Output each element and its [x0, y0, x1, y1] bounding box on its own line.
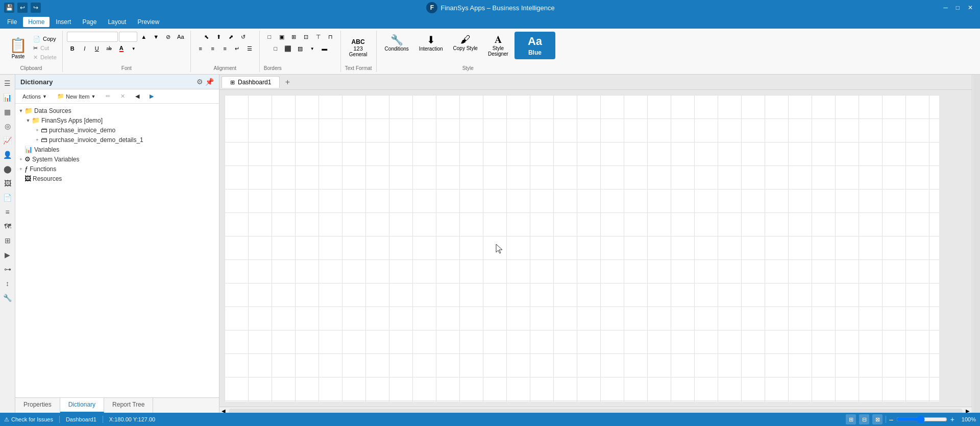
fill-arrow[interactable]: ▼	[307, 43, 318, 54]
border-outer-button[interactable]: ▣	[276, 32, 287, 42]
nav-left-button[interactable]: ◀	[131, 91, 143, 101]
finansys-demo-item[interactable]: ▼ 📁 FinanSys Apps [demo]	[15, 115, 219, 125]
strikethrough-button[interactable]: ab̶	[104, 43, 115, 54]
conditions-button[interactable]: 🔧 Conditions	[381, 32, 413, 54]
text-effect-icon[interactable]: Aa	[175, 32, 186, 42]
add-tab-button[interactable]: +	[282, 77, 293, 88]
underline-button[interactable]: U	[91, 43, 103, 54]
sidebar-reports-icon[interactable]: ☰	[1, 77, 14, 90]
menu-preview[interactable]: Preview	[132, 17, 164, 27]
sidebar-person-icon[interactable]: 👤	[1, 148, 14, 161]
horizontal-scrollbar[interactable]: ◀ ▶	[219, 407, 972, 413]
invoice-details-expand-icon[interactable]: +	[34, 136, 41, 144]
align-left-top-button[interactable]: ⬉	[201, 32, 212, 42]
list-button[interactable]: ☰	[244, 43, 255, 54]
zoom-plus-button[interactable]: +	[950, 415, 954, 423]
align-left-button[interactable]: ≡	[195, 43, 206, 54]
sidebar-cursor-icon[interactable]: ↕	[1, 277, 14, 290]
zoom-slider[interactable]	[896, 415, 947, 423]
invoice-demo-expand-icon[interactable]: +	[34, 127, 41, 134]
resources-item[interactable]: 🖼 Resources	[15, 174, 219, 183]
scroll-left-arrow[interactable]: ◀	[219, 407, 228, 413]
menu-layout[interactable]: Layout	[103, 17, 131, 27]
functions-item[interactable]: + ƒ Functions	[15, 164, 219, 174]
border-color-button[interactable]: ⬛	[282, 43, 293, 54]
functions-expand-icon[interactable]: +	[17, 165, 24, 173]
border-inner-button[interactable]: ⊞	[288, 32, 300, 42]
border-thick-button[interactable]: ⊓	[325, 32, 336, 42]
menu-page[interactable]: Page	[77, 17, 102, 27]
tab-properties[interactable]: Properties	[15, 398, 60, 413]
menu-file[interactable]: File	[2, 17, 22, 27]
menu-home[interactable]: Home	[23, 17, 50, 27]
border-style-button[interactable]: □	[270, 43, 281, 54]
sidebar-kpi-icon[interactable]: 📈	[1, 134, 14, 147]
align-right-top-button[interactable]: ⬈	[226, 32, 237, 42]
edit-button[interactable]: ✏	[102, 91, 114, 101]
zoom-minus-button[interactable]: –	[889, 415, 893, 423]
check-issues-item[interactable]: ⚠ Check for Issues	[4, 416, 53, 423]
indent-button[interactable]: ↵	[232, 43, 243, 54]
sidebar-tools-icon[interactable]: 🔧	[1, 291, 14, 304]
dictionary-settings-icon[interactable]: ⚙	[197, 78, 203, 86]
scroll-track[interactable]	[229, 409, 963, 413]
italic-button[interactable]: I	[79, 43, 90, 54]
datasources-item[interactable]: ▼ 📁 Data Sources	[15, 106, 219, 115]
fill-color-button[interactable]: ▨	[295, 43, 306, 54]
nav-right-button[interactable]: ▶	[145, 91, 158, 101]
canvas-scroll[interactable]: ◀ ▶	[219, 90, 972, 413]
actions-dropdown-button[interactable]: Actions ▼	[18, 92, 51, 101]
sidebar-page-icon[interactable]: 📄	[1, 191, 14, 204]
menu-insert[interactable]: Insert	[51, 17, 76, 27]
font-family-input[interactable]	[67, 32, 118, 42]
tab-dictionary[interactable]: Dictionary	[60, 398, 104, 413]
new-item-dropdown-button[interactable]: 📁 New Item ▼	[53, 91, 100, 101]
close-icon[interactable]: ✕	[965, 3, 976, 12]
delete-dict-button[interactable]: ✕	[116, 91, 129, 101]
sidebar-arrow-icon[interactable]: ▶	[1, 248, 14, 262]
border-all-button[interactable]: □	[264, 32, 275, 42]
system-vars-expand-icon[interactable]: +	[17, 156, 24, 163]
scroll-right-arrow[interactable]: ▶	[964, 407, 972, 413]
align-right-button[interactable]: ≡	[219, 43, 231, 54]
datasources-expand-icon[interactable]: ▼	[17, 107, 24, 114]
sidebar-circle-icon[interactable]: ⬤	[1, 162, 14, 176]
font-size-input[interactable]	[119, 32, 137, 42]
style-designer-button[interactable]: 𝐀 StyleDesigner	[484, 32, 512, 59]
sidebar-gauge-icon[interactable]: ◎	[1, 120, 14, 133]
copy-button[interactable]: Copy	[41, 35, 58, 43]
border-none-button[interactable]: ⊡	[301, 32, 312, 42]
paste-button[interactable]: 📋 Paste	[4, 34, 32, 62]
invoice-demo-item[interactable]: + 🗃 purchase_invoice_demo	[15, 125, 219, 135]
invoice-details-item[interactable]: + 🗃 purchase_invoice_demo_details_1	[15, 135, 219, 145]
cut-button[interactable]: Cut	[39, 44, 51, 52]
font-color-button[interactable]: A	[116, 43, 127, 54]
finansys-demo-expand-icon[interactable]: ▼	[24, 117, 32, 124]
align-left-status-button[interactable]: ⊞	[846, 414, 856, 424]
variables-item[interactable]: 📊 Variables	[15, 145, 219, 154]
underline-style-button[interactable]: ▬	[319, 43, 330, 54]
sidebar-map-icon[interactable]: 🗺	[1, 220, 14, 233]
text-format-button[interactable]: ABC 123 General	[345, 37, 372, 59]
system-vars-item[interactable]: + ⚙ System Variables	[15, 154, 219, 164]
bold-button[interactable]: B	[67, 43, 78, 54]
redo-icon[interactable]: ↪	[31, 3, 41, 13]
sidebar-datalabel-icon[interactable]: ⊶	[1, 263, 14, 276]
align-center-status-button[interactable]: ⊟	[859, 414, 869, 424]
font-color-arrow[interactable]: ▼	[128, 43, 139, 54]
align-center-top-button[interactable]: ⬆	[213, 32, 225, 42]
font-size-up-icon[interactable]: ▲	[138, 32, 150, 42]
minimize-icon[interactable]: ─	[940, 3, 951, 12]
sidebar-table-icon[interactable]: ▦	[1, 105, 14, 119]
save-icon[interactable]: 💾	[4, 3, 14, 13]
align-right-status-button[interactable]: ⊠	[872, 414, 883, 424]
rotate-icon[interactable]: ↺	[238, 32, 249, 42]
delete-button[interactable]: Delete	[39, 53, 58, 61]
sidebar-component-icon[interactable]: ⊞	[1, 234, 14, 247]
undo-icon[interactable]: ↩	[17, 3, 28, 13]
align-center-button[interactable]: ≡	[207, 43, 218, 54]
maximize-icon[interactable]: □	[953, 3, 963, 12]
dictionary-pin-icon[interactable]: 📌	[205, 78, 214, 86]
border-top-button[interactable]: ⊤	[313, 32, 324, 42]
sidebar-image-icon[interactable]: 🖼	[1, 177, 14, 190]
